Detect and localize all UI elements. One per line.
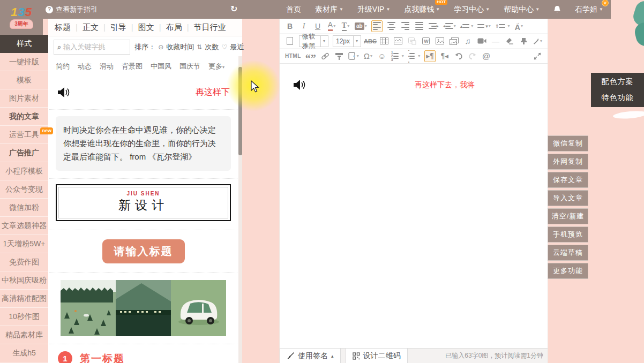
paragraph-spacing-button[interactable]: ▾▾ [477, 20, 491, 32]
refresh-icon[interactable]: ↻ [230, 4, 237, 14]
emoji-button[interactable]: ☺ [377, 50, 387, 62]
blockquote-button[interactable]: “” [305, 50, 316, 62]
sidebar-item-wechat-followers[interactable]: 微信加粉 [0, 199, 48, 217]
at-mention-button[interactable]: @ [482, 50, 491, 62]
sidebar-item-generate-h5[interactable]: 生成h5 [0, 344, 48, 362]
more-features-button[interactable]: 更多功能 [548, 263, 588, 279]
indent-button[interactable]: ▸ [429, 20, 439, 32]
cloud-draft-button[interactable]: 云端草稿 [548, 245, 588, 261]
style-card-numbered-heading[interactable]: 1 第一标题 [48, 344, 238, 363]
sidebar-item-festival-fans[interactable]: 中秋国庆吸粉 [0, 271, 48, 290]
paragraph-ltr-button[interactable]: ▶¶ [424, 50, 435, 62]
filter-sliding[interactable]: 滑动 [100, 62, 114, 71]
filter-background[interactable]: 背景图 [122, 62, 143, 71]
unordered-list-button[interactable]: •••▾ [408, 50, 420, 62]
text-style-button[interactable]: T▾ [341, 20, 350, 32]
paragraph-rtl-button[interactable]: ¶◀ [440, 50, 450, 62]
filter-simple[interactable]: 简约 [56, 62, 70, 71]
import-article-button[interactable]: 导入文章 [548, 190, 588, 206]
media-grid-button[interactable] [393, 35, 403, 47]
special-features-button[interactable]: 特色功能 [591, 90, 644, 106]
sidebar-item-styles[interactable]: 样式 [0, 35, 48, 53]
import-word-button[interactable]: W [421, 35, 431, 47]
insert-image-button[interactable] [435, 35, 445, 47]
align-right-button[interactable] [401, 20, 410, 32]
sidebar-item-my-articles[interactable]: 我的文章 [0, 108, 48, 126]
align-justify-button[interactable] [415, 20, 424, 32]
insert-template-button[interactable]: ▾ [348, 50, 359, 62]
sidebar-item-topic-tool[interactable]: 文章选题神器 [0, 217, 48, 235]
use-signature-button[interactable]: 使用签名 ▴ [280, 349, 341, 363]
redo-button[interactable] [468, 50, 477, 62]
insert-multi-image-button[interactable] [449, 35, 459, 47]
style-search-input[interactable] [63, 43, 126, 51]
sidebar-item-premium-material[interactable]: 精品素材库 [0, 326, 48, 344]
ordered-list-button[interactable]: 123▾ [391, 50, 404, 62]
nav-material-library[interactable]: 素材库▼ [315, 5, 343, 14]
magic-wand-button[interactable]: ▾ [533, 35, 542, 47]
editor-content[interactable]: 再这样下去，我将 [280, 64, 548, 347]
panel-scrollbar[interactable] [238, 56, 242, 363]
tab-guide[interactable]: 引导 [99, 22, 126, 33]
style-preview-image-forest[interactable] [61, 280, 116, 336]
tab-festival-industry[interactable]: 节日行业 [182, 22, 226, 33]
notification-bell-icon[interactable] [553, 5, 561, 14]
app-logo[interactable]: 135 3周年 [0, 0, 43, 35]
nav-help-center[interactable]: 帮助中心▼ [504, 5, 540, 14]
insert-video-button[interactable] [477, 35, 486, 47]
external-copy-button[interactable]: 外网复制 [548, 154, 588, 170]
clear-new-button[interactable]: 清空/新建 [548, 208, 588, 224]
filter-dynamic[interactable]: 动态 [78, 62, 92, 71]
sort-by-count[interactable]: 次数 [205, 42, 219, 52]
style-card-design-title[interactable]: JIU SHEN 新设计 [48, 179, 238, 230]
nav-earn-money[interactable]: 点我赚钱▼HOT [404, 5, 440, 14]
sidebar-item-free-design[interactable]: 免费作图 [0, 253, 48, 271]
bold-button[interactable]: B [285, 20, 295, 32]
sidebar-item-grow-fans[interactable]: 1天增粉5W+ [0, 235, 48, 253]
text-direction-button[interactable]: →A▾ [514, 20, 523, 32]
horizontal-rule-button[interactable]: — [491, 35, 500, 47]
style-card-audio-title[interactable]: 再这样下 [48, 75, 238, 109]
fullscreen-button[interactable] [533, 50, 542, 62]
tab-image-text[interactable]: 图文 [126, 22, 154, 33]
sort-by-favorite-time[interactable]: 收藏时间 [166, 42, 194, 52]
eraser-button[interactable] [505, 35, 514, 47]
newbie-guide-link[interactable]: ? 查看新手指引 [46, 5, 98, 14]
save-article-button[interactable]: 保存文章 [548, 172, 588, 188]
nav-learning-center[interactable]: 学习中心▼ [454, 5, 490, 14]
highlight-button[interactable]: ab▾ [355, 20, 367, 32]
italic-button[interactable]: I [299, 20, 309, 32]
sidebar-item-ad-promotion[interactable]: 广告推广 [0, 144, 48, 162]
line-height-button[interactable]: ▴▾ [460, 20, 474, 32]
letter-spacing-button[interactable]: ⇕▾ [495, 20, 510, 32]
outdent-button[interactable]: ◂▾ [443, 20, 456, 32]
user-menu[interactable]: 石学姐▼V [575, 5, 603, 14]
color-scheme-button[interactable]: 配色方案 [591, 74, 644, 90]
style-card-title-button[interactable]: 请输入标题 [48, 230, 238, 272]
sidebar-item-operation-tools[interactable]: 运营工具new [0, 126, 48, 144]
filter-national-day[interactable]: 国庆节 [179, 62, 200, 71]
style-preview-image-van[interactable] [171, 280, 226, 336]
sidebar-item-templates[interactable]: 模板 [0, 71, 48, 89]
undo-button[interactable] [454, 50, 463, 62]
tab-body[interactable]: 正文 [71, 22, 99, 33]
tab-title[interactable]: 标题 [55, 22, 71, 33]
sidebar-item-hd-images[interactable]: 高清精准配图 [0, 290, 48, 308]
mobile-preview-button[interactable]: 手机预览 [548, 226, 588, 243]
sidebar-item-account-monetize[interactable]: 公众号变现 [0, 180, 48, 199]
filter-chinese-style[interactable]: 中国风 [151, 62, 171, 71]
wechat-copy-button[interactable]: 微信复制 [548, 135, 588, 152]
nav-upgrade-vip[interactable]: 升级VIP▼ [357, 5, 391, 14]
style-preview-image-mountain[interactable] [116, 280, 171, 336]
style-card-quote[interactable]: 时间决定你会在生命中遇见谁，你的心决定你想要谁出现在你的生命里，而你的行为决定最… [48, 110, 238, 178]
sidebar-item-miniprogram-templates[interactable]: 小程序模板 [0, 162, 48, 180]
font-size-select[interactable]: 12px▾ [333, 35, 361, 47]
align-center-button[interactable] [387, 20, 396, 32]
sidebar-item-one-click-layout[interactable]: 一键排版 [0, 53, 48, 71]
sidebar-item-10s-design[interactable]: 10秒作图 [0, 308, 48, 326]
insert-link-button[interactable] [320, 50, 330, 62]
new-document-button[interactable] [285, 35, 295, 47]
enter-title-button[interactable]: 请输入标题 [102, 239, 185, 263]
underline-button[interactable]: U [313, 20, 323, 32]
font-family-select[interactable]: 微软雅黑▾ [299, 35, 328, 47]
